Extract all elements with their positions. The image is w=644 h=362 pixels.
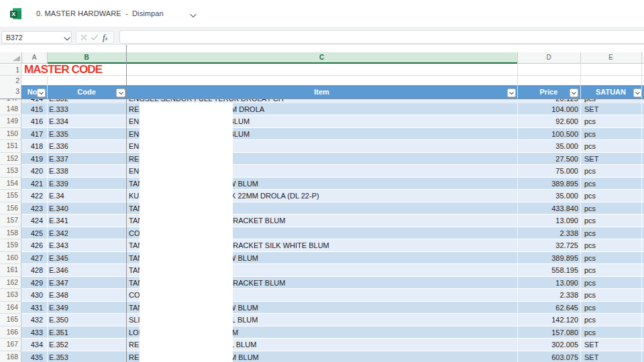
svg-text:X: X xyxy=(11,10,16,17)
